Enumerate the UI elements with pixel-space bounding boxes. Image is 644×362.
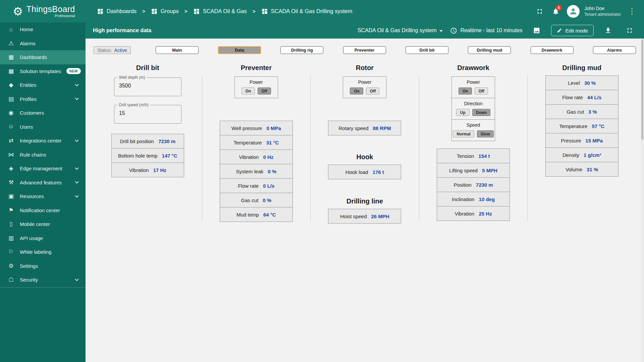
nav-button-main[interactable]: Main <box>156 46 199 54</box>
cell-label: Rotary speed <box>338 125 368 131</box>
notifications-button[interactable]: 6 <box>549 4 563 18</box>
telemetry-cell-bottom-hole-temp: Bottom hole temp 147 °C <box>111 148 184 163</box>
preventer-power-off-button[interactable]: Off <box>258 87 271 95</box>
breadcrumb-item-drilling-system[interactable]: SCADA Oil & Gas Drilling system <box>261 8 353 15</box>
cell-label: Position <box>453 182 471 188</box>
nav-button-drawwork[interactable]: Drawwork <box>531 46 574 54</box>
nav-button-preventer[interactable]: Preventer <box>343 46 386 54</box>
drawwork-power-off-button[interactable]: Off <box>475 87 488 95</box>
thingsboard-logo[interactable]: ⚙ ThingsBoard Professional <box>0 5 86 17</box>
toolbar-fullscreen-button[interactable] <box>623 23 637 38</box>
sidebar-item-resources[interactable]: ▣ Resources <box>0 189 86 203</box>
drill-speed-input[interactable]: Drill speed (m/h) 15 <box>114 105 181 124</box>
drawwork-direction-up-button[interactable]: Up <box>456 109 470 116</box>
cell-value: 88 RPM <box>373 125 391 131</box>
well-depth-input[interactable]: Well depth (m) 3500 <box>114 77 181 96</box>
cell-label: Drill bit position <box>120 138 154 144</box>
cell-value: 7230 m <box>476 182 493 188</box>
nav-button-drilling-mud[interactable]: Drilling mud <box>468 46 511 54</box>
telemetry-cell-system-leak: System leak 0 % <box>220 164 293 179</box>
dashboard-grid-icon <box>261 8 268 15</box>
avatar[interactable] <box>567 5 580 18</box>
breadcrumb-item-groups[interactable]: Groups <box>151 8 179 15</box>
sidebar-item-white-labeling[interactable]: ⚐ White labeling <box>0 245 86 259</box>
preventer-power-on-button[interactable]: On <box>241 87 255 95</box>
cell-value: 0 % <box>263 197 271 203</box>
drawwork-direction-down-button[interactable]: Down <box>472 109 491 116</box>
cell-value: 0 L/s <box>263 183 274 189</box>
cell-label: Vibration <box>455 211 475 217</box>
download-button[interactable] <box>601 23 615 38</box>
drawwork-power-panel: Power On Off <box>451 76 495 98</box>
dashboard-nav-row: Status: Active Main Data Drilling rig Pr… <box>94 46 636 54</box>
dashboard-select[interactable]: SCADA Oil & Gas Drilling system <box>358 27 443 34</box>
cell-value: 26 MPH <box>371 214 389 219</box>
nav-button-drill-bit[interactable]: Drill bit <box>406 46 448 54</box>
new-badge: NEW <box>66 68 81 74</box>
breadcrumb-separator: > <box>253 8 256 14</box>
cell-value: 7230 m <box>158 138 175 144</box>
sidebar-item-label: Security <box>20 277 38 283</box>
rotor-power-on-button[interactable]: On <box>350 87 363 95</box>
sidebar-item-security[interactable]: ☖ Security <box>0 273 86 287</box>
sidebar: ⌂ Home ⚠ Alarms ▦ Dashboards ▩ Solution … <box>0 22 86 362</box>
cell-value: 154 t <box>478 153 490 159</box>
sidebar-item-settings[interactable]: ⚙ Settings <box>0 259 86 273</box>
sidebar-item-edge-management[interactable]: ◈ Edge management <box>0 162 86 176</box>
breadcrumb-label: Groups <box>161 8 179 14</box>
cell-value: 64 °C <box>263 212 276 218</box>
cell-label: System leak <box>236 169 264 174</box>
drawwork-speed-normal-button[interactable]: Normal <box>453 130 474 137</box>
sidebar-item-alarms[interactable]: ⚠ Alarms <box>0 37 86 51</box>
sidebar-item-label: Resources <box>20 193 44 199</box>
hook-title: Hook <box>356 153 373 161</box>
image-gallery-button[interactable] <box>530 23 544 38</box>
nav-button-drilling-rig[interactable]: Drilling rig <box>280 46 323 54</box>
app-header: ⚙ ThingsBoard Professional Dashboards > … <box>0 0 644 22</box>
sidebar-item-mobile-center[interactable]: ▯ Mobile center <box>0 217 86 231</box>
drawwork-power-on-button[interactable]: On <box>459 87 472 95</box>
fullscreen-icon <box>536 8 543 15</box>
column-drawwork: Drawwork Power On Off Direction Up Down … <box>419 63 528 224</box>
sidebar-item-advanced-features[interactable]: ⚒ Advanced features <box>0 176 86 190</box>
telemetry-cell-lifting-speed: Lifting speed 5 MPH <box>437 163 510 178</box>
drilling-line-telemetry: Hoist speed 26 MPH <box>328 209 401 224</box>
kebab-menu-button[interactable]: ⋮ <box>625 7 639 16</box>
mobile-center-icon: ▯ <box>7 221 15 228</box>
breadcrumb-item-dashboards[interactable]: Dashboards <box>97 8 137 15</box>
entities-icon: ◆ <box>7 81 15 88</box>
cell-label: Gas cut <box>241 197 259 203</box>
dashboard-toolbar: High performance data SCADA Oil & Gas Dr… <box>86 22 644 39</box>
sidebar-item-entities[interactable]: ◆ Entities <box>0 78 86 92</box>
cell-label: Well pressure <box>231 125 262 131</box>
sidebar-item-api-usage[interactable]: ▥ API usage <box>0 231 86 245</box>
dashboard-grid-icon <box>97 8 104 15</box>
nav-button-alarms[interactable]: Alarms <box>593 46 636 54</box>
sidebar-item-customers[interactable]: ◉ Customers <box>0 106 86 120</box>
nav-button-data[interactable]: Data <box>218 46 261 54</box>
sidebar-item-label: Rule chains <box>20 152 46 158</box>
fullscreen-button[interactable] <box>533 4 547 18</box>
column-title: Preventer <box>241 63 272 72</box>
sidebar-item-users[interactable]: ☺ Users <box>0 120 86 134</box>
person-icon <box>569 7 578 16</box>
api-usage-icon: ▥ <box>7 235 15 242</box>
sidebar-item-rule-chains[interactable]: ⋈ Rule chains <box>0 148 86 162</box>
sidebar-item-home[interactable]: ⌂ Home <box>0 22 86 37</box>
sidebar-item-integrations-center[interactable]: ⇄ Integrations center <box>0 134 86 148</box>
sidebar-item-profiles[interactable]: ▤ Profiles <box>0 92 86 106</box>
drawwork-speed-slow-button[interactable]: Slow <box>477 130 494 137</box>
breadcrumb-item-scada-oil-gas[interactable]: SCADA Oil & Gas <box>193 8 247 15</box>
sidebar-item-dashboards[interactable]: ▦ Dashboards <box>0 50 86 64</box>
fullscreen-icon <box>626 27 633 34</box>
scrollbar-thumb[interactable] <box>641 39 643 140</box>
cell-label: Inclination <box>452 196 475 202</box>
scrollbar[interactable] <box>641 39 644 362</box>
timewindow-button[interactable]: Realtime - last 10 minutes <box>450 27 522 34</box>
rotor-power-off-button[interactable]: Off <box>366 87 379 95</box>
sidebar-item-notification-center[interactable]: ⚑ Notification center <box>0 203 86 218</box>
sidebar-item-solution-templates[interactable]: ▩ Solution templates NEW <box>0 64 86 78</box>
sidebar-item-label: Advanced features <box>20 180 62 185</box>
input-label: Well depth (m) <box>117 75 147 80</box>
edit-mode-button[interactable]: Edit mode <box>551 25 594 36</box>
